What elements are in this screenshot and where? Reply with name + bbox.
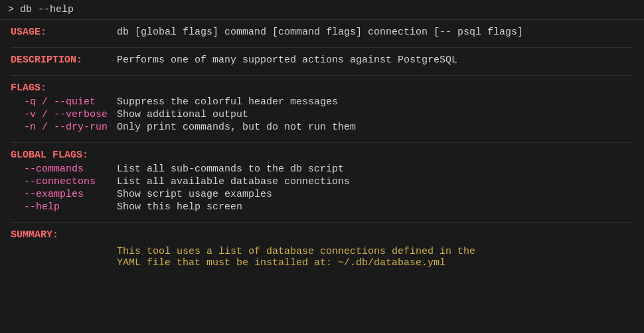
- flag-dry-run: -n / --dry-run: [11, 122, 117, 133]
- terminal-content: USAGE: db [global flags] command [comman…: [0, 20, 644, 288]
- flag-dry-run-desc: Only print commands, but do not run them: [117, 122, 356, 133]
- flag-commands-desc: List all sub-commands to the db script: [117, 164, 344, 175]
- flag-commands: --commands: [11, 164, 117, 175]
- description-section: DESCRIPTION: Performs one of many suppor…: [11, 55, 633, 66]
- flag-row-verbose: -v / --verbose Show additional output: [11, 109, 633, 120]
- description-row: DESCRIPTION: Performs one of many suppor…: [11, 55, 633, 66]
- title-text: > db --help: [8, 4, 74, 15]
- flags-label: FLAGS:: [11, 82, 633, 94]
- flags-list: -q / --quiet Suppress the colorful heade…: [11, 96, 633, 133]
- description-value: Performs one of many supported actions a…: [117, 55, 457, 66]
- divider-4: [11, 222, 633, 223]
- divider-1: [11, 47, 633, 48]
- flag-row-commands: --commands List all sub-commands to the …: [11, 164, 633, 175]
- description-label: DESCRIPTION:: [11, 55, 117, 66]
- flag-row-help: --help Show this help screen: [11, 201, 633, 213]
- flag-help-desc: Show this help screen: [117, 201, 242, 213]
- flag-examples: --examples: [11, 189, 117, 200]
- usage-value: db [global flags] command [command flags…: [117, 27, 523, 38]
- usage-label: USAGE:: [11, 27, 117, 38]
- summary-line2: YAML file that must be installed at: ~/.…: [11, 257, 633, 269]
- flag-verbose-desc: Show additional output: [117, 109, 248, 120]
- flag-row-connectons: --connectons List all available database…: [11, 176, 633, 187]
- flag-quiet: -q / --quiet: [11, 96, 117, 108]
- flag-row-examples: --examples Show script usage examples: [11, 189, 633, 200]
- flags-section: FLAGS: -q / --quiet Suppress the colorfu…: [11, 82, 633, 133]
- usage-section: USAGE: db [global flags] command [comman…: [11, 27, 633, 38]
- global-flags-label: GLOBAL FLAGS:: [11, 150, 633, 161]
- flag-connectons-desc: List all available database connections: [117, 176, 350, 187]
- summary-section: SUMMARY: This tool uses a list of databa…: [11, 229, 633, 269]
- global-flags-section: GLOBAL FLAGS: --commands List all sub-co…: [11, 150, 633, 213]
- summary-line1: This tool uses a list of database connec…: [11, 246, 633, 257]
- flag-row-dry-run: -n / --dry-run Only print commands, but …: [11, 122, 633, 133]
- flag-quiet-desc: Suppress the colorful header messages: [117, 96, 338, 108]
- summary-body: This tool uses a list of database connec…: [11, 246, 633, 269]
- title-bar: > db --help: [0, 0, 644, 20]
- flag-examples-desc: Show script usage examples: [117, 189, 272, 200]
- divider-2: [11, 75, 633, 76]
- flag-connectons: --connectons: [11, 176, 117, 187]
- flag-row-quiet: -q / --quiet Suppress the colorful heade…: [11, 96, 633, 108]
- terminal-window: > db --help USAGE: db [global flags] com…: [0, 0, 644, 333]
- flag-verbose: -v / --verbose: [11, 109, 117, 120]
- flag-help: --help: [11, 201, 117, 213]
- divider-3: [11, 142, 633, 143]
- summary-label: SUMMARY:: [11, 229, 633, 241]
- usage-row: USAGE: db [global flags] command [comman…: [11, 27, 633, 38]
- global-flags-list: --commands List all sub-commands to the …: [11, 164, 633, 213]
